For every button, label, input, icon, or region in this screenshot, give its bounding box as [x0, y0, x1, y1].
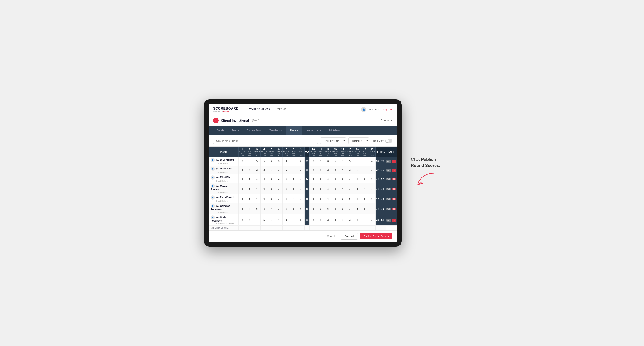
hole-8-score[interactable]: 6	[290, 203, 297, 214]
hole-13-score[interactable]: 3	[332, 203, 339, 214]
hole-17-score[interactable]: 6	[361, 174, 368, 183]
hole-10-score[interactable]: 6	[310, 203, 317, 214]
hole-17-score[interactable]: 5	[361, 203, 368, 214]
hole-6-score[interactable]: 3	[275, 203, 282, 214]
hole-6-score[interactable]: 4	[275, 214, 282, 226]
wd-badge[interactable]: WD	[386, 160, 391, 163]
hole-13-score[interactable]: 3	[332, 194, 339, 203]
hole-10-score[interactable]: 3	[310, 214, 317, 226]
hole-6-score[interactable]: 3	[275, 157, 282, 166]
hole-9-score[interactable]: 3	[297, 166, 305, 174]
save-all-button[interactable]: Save All	[341, 233, 358, 240]
hole-13-score[interactable]: 3	[332, 166, 339, 174]
hole-1-score[interactable]: 5	[238, 183, 246, 194]
hole-11-score[interactable]: 5	[317, 183, 324, 194]
dq-badge[interactable]: DQ	[392, 178, 396, 180]
hole-13-score[interactable]: 3	[332, 183, 339, 194]
hole-13-score[interactable]: 5	[332, 157, 339, 166]
wd-badge[interactable]: WD	[386, 169, 391, 172]
hole-15-score[interactable]: 5	[346, 157, 354, 166]
search-input[interactable]	[213, 138, 318, 144]
hole-2-score[interactable]: 3	[246, 183, 253, 194]
hole-3-score[interactable]: 5	[253, 157, 260, 166]
hole-6-score[interactable]: 3	[275, 166, 282, 174]
hole-14-score[interactable]: 4	[339, 166, 346, 174]
hole-14-score[interactable]: 5	[339, 174, 346, 183]
hole-17-score[interactable]: 3	[361, 214, 368, 226]
tab-tee-groups[interactable]: Tee Groups	[266, 126, 286, 135]
hole-11-score[interactable]: 5	[317, 214, 324, 226]
hole-14-score[interactable]: 3	[339, 157, 346, 166]
hole-9-score[interactable]: 6	[297, 157, 305, 166]
hole-14-score[interactable]: 4	[339, 183, 346, 194]
wd-badge[interactable]: WD	[386, 188, 391, 190]
hole-7-score[interactable]: 6	[282, 166, 290, 174]
hole-1-score[interactable]: 3	[238, 194, 246, 203]
cancel-tournament-button[interactable]: Cancel ✕	[381, 119, 392, 122]
dq-badge[interactable]: DQ	[392, 198, 396, 200]
hole-16-score[interactable]: 3	[354, 203, 361, 214]
hole-6-score[interactable]: 3	[275, 183, 282, 194]
tab-results[interactable]: Results	[286, 126, 302, 135]
hole-17-score[interactable]: 4	[361, 183, 368, 194]
hole-15-score[interactable]: 3	[346, 183, 354, 194]
hole-3-score[interactable]: 5	[253, 203, 260, 214]
hole-11-score[interactable]: 5	[317, 194, 324, 203]
hole-10-score[interactable]: 3	[310, 166, 317, 174]
hole-14-score[interactable]: 3	[339, 194, 346, 203]
hole-12-score[interactable]: 5	[324, 203, 332, 214]
tab-details[interactable]: Details	[213, 126, 228, 135]
hole-18-score[interactable]: 3	[368, 214, 376, 226]
hole-2-score[interactable]: 4	[246, 166, 253, 174]
hole-9-score[interactable]: 5	[297, 203, 305, 214]
cancel-button[interactable]: Cancel	[323, 233, 338, 239]
nav-tournaments[interactable]: TOURNAMENTS	[246, 105, 274, 114]
hole-7-score[interactable]: 3	[282, 157, 290, 166]
tab-course-setup[interactable]: Course Setup	[243, 126, 266, 135]
dq-badge[interactable]: DQ	[392, 219, 396, 222]
hole-8-score[interactable]: 3	[290, 166, 297, 174]
hole-6-score[interactable]: 3	[275, 194, 282, 203]
hole-3-score[interactable]: 4	[253, 183, 260, 194]
hole-18-score[interactable]: 4	[368, 157, 376, 166]
tab-printables[interactable]: Printables	[325, 126, 344, 135]
tab-teams[interactable]: Teams	[228, 126, 243, 135]
hole-8-score[interactable]: 5	[290, 157, 297, 166]
hole-2-score[interactable]: 3	[246, 194, 253, 203]
hole-3-score[interactable]: 3	[253, 166, 260, 174]
hole-1-score[interactable]: 3	[238, 214, 246, 226]
hole-4-score[interactable]: 5	[260, 194, 268, 203]
hole-17-score[interactable]: 3	[361, 166, 368, 174]
hole-5-score[interactable]: 4	[268, 203, 275, 214]
hole-16-score[interactable]: 5	[354, 183, 361, 194]
round-select[interactable]: Round 3	[348, 137, 369, 144]
dq-badge[interactable]: DQ	[392, 169, 396, 172]
hole-17-score[interactable]: 3	[361, 194, 368, 203]
wd-badge[interactable]: WD	[386, 178, 391, 180]
hole-5-score[interactable]: 3	[268, 183, 275, 194]
publish-round-scores-button[interactable]: Publish Round Scores	[360, 233, 392, 239]
hole-1-score[interactable]: 5	[238, 174, 246, 183]
hole-4-score[interactable]: 5	[260, 214, 268, 226]
hole-1-score[interactable]: 4	[238, 203, 246, 214]
hole-3-score[interactable]: 4	[253, 214, 260, 226]
dq-badge[interactable]: DQ	[392, 160, 396, 163]
hole-4-score[interactable]: 3	[260, 166, 268, 174]
hole-14-score[interactable]: 5	[339, 214, 346, 226]
hole-16-score[interactable]: 5	[354, 166, 361, 174]
wd-badge[interactable]: WD	[386, 198, 391, 200]
hole-13-score[interactable]: 4	[332, 214, 339, 226]
hole-12-score[interactable]: 3	[324, 214, 332, 226]
filter-by-team-select[interactable]: Filter by team	[320, 137, 346, 144]
hole-11-score[interactable]: 3	[317, 203, 324, 214]
wd-badge[interactable]: WD	[386, 208, 391, 210]
hole-16-score[interactable]: 5	[354, 157, 361, 166]
wd-badge[interactable]: WD	[386, 219, 391, 222]
hole-5-score[interactable]: 3	[268, 174, 275, 183]
hole-6-score[interactable]: 2	[275, 174, 282, 183]
hole-8-score[interactable]: 4	[290, 194, 297, 203]
hole-8-score[interactable]: 5	[290, 183, 297, 194]
hole-15-score[interactable]: 3	[346, 214, 354, 226]
hole-18-score[interactable]: 3	[368, 166, 376, 174]
hole-15-score[interactable]: 3	[346, 203, 354, 214]
